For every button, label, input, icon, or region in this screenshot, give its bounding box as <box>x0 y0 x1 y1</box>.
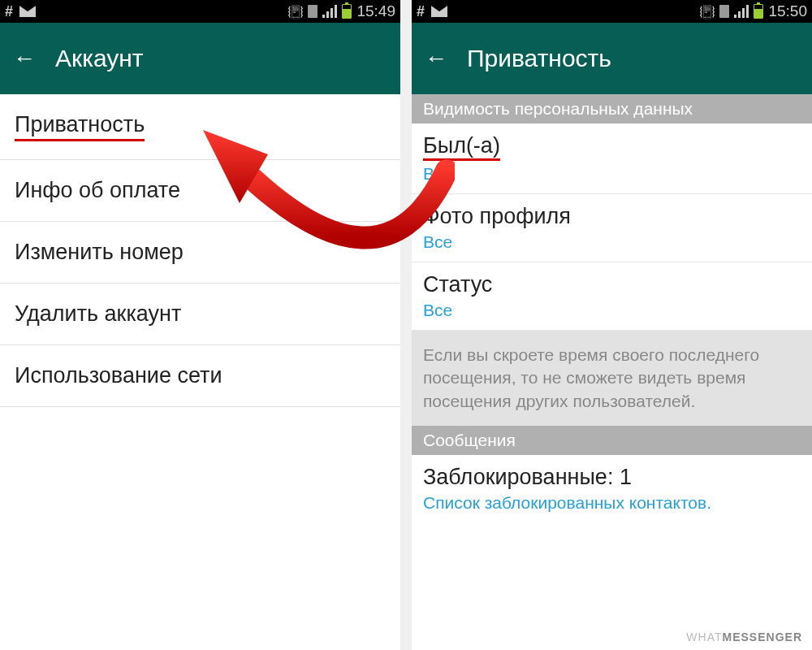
signal-icon <box>734 5 749 18</box>
sim-icon <box>308 5 317 18</box>
mail-icon <box>431 6 447 17</box>
sim-icon <box>719 5 729 18</box>
item-label: Удалить аккаунт <box>15 301 181 326</box>
left-phone: # 15:49 ← Аккаунт Приватность Инфо об оп… <box>0 0 400 650</box>
battery-icon <box>754 4 763 19</box>
back-icon[interactable]: ← <box>425 47 447 70</box>
item-subtitle: Все <box>423 164 801 184</box>
hash-icon: # <box>5 3 13 20</box>
item-subtitle: Все <box>423 232 801 252</box>
list-item-blocked[interactable]: Заблокированные: 1 Список заблокированны… <box>412 455 812 522</box>
list-item-last-seen[interactable]: Был(-а) Все <box>412 124 812 194</box>
list-item-network-usage[interactable]: Использование сети <box>0 345 400 407</box>
page-title: Аккаунт <box>55 45 144 72</box>
app-bar: ← Аккаунт <box>0 23 400 94</box>
mail-icon <box>19 6 36 17</box>
section-header-visibility: Видимость персональных данных <box>412 94 812 124</box>
watermark-part1: WHAT <box>686 630 722 644</box>
list-item-profile-photo[interactable]: Фото профиля Все <box>412 194 812 262</box>
app-bar: ← Приватность <box>412 23 812 94</box>
item-subtitle: Список заблокированных контактов. <box>423 493 801 513</box>
privacy-list: Видимость персональных данных Был(-а) Вс… <box>412 94 812 650</box>
status-time: 15:49 <box>356 2 395 20</box>
account-list: Приватность Инфо об оплате Изменить номе… <box>0 94 400 650</box>
back-icon[interactable]: ← <box>13 47 36 70</box>
list-item-privacy[interactable]: Приватность <box>0 94 400 160</box>
item-label: Использование сети <box>15 363 222 388</box>
item-title: Заблокированные: 1 <box>423 465 801 490</box>
watermark-part2: MESSENGER <box>723 630 802 644</box>
battery-icon <box>342 4 352 19</box>
item-label: Изменить номер <box>15 240 184 264</box>
watermark: WHATMESSENGER <box>686 630 802 644</box>
section-header-messages: Сообщения <box>412 426 812 455</box>
info-text: Если вы скроете время своего последнего … <box>412 331 812 426</box>
signal-icon <box>322 5 337 18</box>
hash-icon: # <box>417 3 425 20</box>
page-title: Приватность <box>467 45 611 72</box>
item-label: Инфо об оплате <box>15 178 180 202</box>
item-title: Был(-а) <box>423 133 500 161</box>
vibrate-icon <box>288 4 303 19</box>
item-subtitle: Все <box>423 301 801 320</box>
item-title: Статус <box>423 272 801 297</box>
list-item-change-number[interactable]: Изменить номер <box>0 222 400 284</box>
right-phone: # 15:50 ← Приватность Видимость персонал… <box>412 0 812 650</box>
vibrate-icon <box>700 4 715 19</box>
item-title: Фото профиля <box>423 204 801 229</box>
list-item-payment-info[interactable]: Инфо об оплате <box>0 160 400 222</box>
status-bar: # 15:50 <box>412 0 812 23</box>
item-label: Приватность <box>15 112 145 141</box>
list-item-delete-account[interactable]: Удалить аккаунт <box>0 284 400 345</box>
list-item-status[interactable]: Статус Все <box>412 262 812 331</box>
status-time: 15:50 <box>768 2 807 20</box>
status-bar: # 15:49 <box>0 0 400 23</box>
